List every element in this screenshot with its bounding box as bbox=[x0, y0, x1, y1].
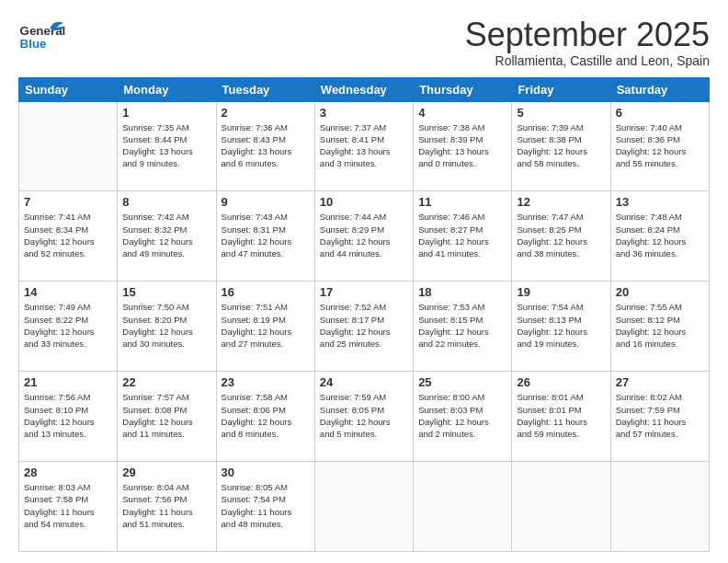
day-info: Sunrise: 7:42 AM Sunset: 8:32 PM Dayligh… bbox=[122, 211, 210, 259]
day-info: Sunrise: 7:54 AM Sunset: 8:13 PM Dayligh… bbox=[517, 301, 605, 350]
calendar-header-wednesday: Wednesday bbox=[314, 77, 413, 101]
calendar-cell: 17Sunrise: 7:52 AM Sunset: 8:17 PM Dayli… bbox=[314, 282, 413, 372]
calendar-header-tuesday: Tuesday bbox=[216, 77, 314, 101]
day-info: Sunrise: 7:55 AM Sunset: 8:12 PM Dayligh… bbox=[616, 301, 704, 350]
day-info: Sunrise: 7:38 AM Sunset: 8:39 PM Dayligh… bbox=[418, 121, 506, 170]
calendar-week-4: 21Sunrise: 7:56 AM Sunset: 8:10 PM Dayli… bbox=[19, 372, 710, 462]
calendar-cell bbox=[512, 462, 610, 552]
calendar-cell: 8Sunrise: 7:42 AM Sunset: 8:32 PM Daylig… bbox=[118, 191, 216, 282]
calendar-cell bbox=[610, 462, 709, 552]
calendar-cell: 9Sunrise: 7:43 AM Sunset: 8:31 PM Daylig… bbox=[216, 191, 314, 282]
day-number: 24 bbox=[320, 375, 408, 389]
calendar-week-2: 7Sunrise: 7:41 AM Sunset: 8:34 PM Daylig… bbox=[19, 191, 710, 282]
day-info: Sunrise: 7:58 AM Sunset: 8:06 PM Dayligh… bbox=[222, 391, 310, 440]
calendar-cell: 15Sunrise: 7:50 AM Sunset: 8:20 PM Dayli… bbox=[118, 282, 216, 372]
logo: General Blue bbox=[18, 17, 69, 58]
calendar-cell: 4Sunrise: 7:38 AM Sunset: 8:39 PM Daylig… bbox=[414, 101, 512, 191]
day-info: Sunrise: 7:49 AM Sunset: 8:22 PM Dayligh… bbox=[24, 301, 112, 350]
calendar-cell: 11Sunrise: 7:46 AM Sunset: 8:27 PM Dayli… bbox=[414, 191, 512, 282]
day-number: 26 bbox=[517, 375, 605, 389]
day-info: Sunrise: 8:01 AM Sunset: 8:01 PM Dayligh… bbox=[517, 391, 605, 440]
day-number: 1 bbox=[122, 106, 210, 120]
day-number: 19 bbox=[517, 285, 605, 299]
title-block: September 2025 Rollamienta, Castille and… bbox=[465, 17, 710, 68]
calendar-cell: 7Sunrise: 7:41 AM Sunset: 8:34 PM Daylig… bbox=[19, 191, 118, 282]
calendar-cell: 28Sunrise: 8:03 AM Sunset: 7:58 PM Dayli… bbox=[19, 462, 118, 552]
day-info: Sunrise: 7:44 AM Sunset: 8:29 PM Dayligh… bbox=[320, 211, 408, 259]
day-info: Sunrise: 7:50 AM Sunset: 8:20 PM Dayligh… bbox=[122, 301, 210, 350]
calendar-cell: 3Sunrise: 7:37 AM Sunset: 8:41 PM Daylig… bbox=[314, 101, 413, 191]
calendar-cell: 16Sunrise: 7:51 AM Sunset: 8:19 PM Dayli… bbox=[216, 282, 314, 372]
day-info: Sunrise: 7:40 AM Sunset: 8:36 PM Dayligh… bbox=[616, 121, 704, 170]
day-number: 2 bbox=[222, 106, 310, 120]
calendar-week-3: 14Sunrise: 7:49 AM Sunset: 8:22 PM Dayli… bbox=[19, 282, 710, 372]
day-number: 20 bbox=[616, 285, 704, 299]
day-number: 23 bbox=[222, 375, 310, 389]
calendar-header-saturday: Saturday bbox=[610, 77, 709, 101]
day-number: 6 bbox=[616, 106, 704, 120]
day-info: Sunrise: 7:36 AM Sunset: 8:43 PM Dayligh… bbox=[222, 121, 310, 170]
day-number: 3 bbox=[320, 106, 408, 120]
page: General Blue September 2025 Rollamienta,… bbox=[0, 0, 728, 563]
location: Rollamienta, Castille and Leon, Spain bbox=[465, 53, 710, 68]
day-number: 28 bbox=[24, 465, 112, 479]
day-info: Sunrise: 8:02 AM Sunset: 7:59 PM Dayligh… bbox=[616, 391, 704, 440]
day-number: 5 bbox=[517, 106, 605, 120]
calendar-table: SundayMondayTuesdayWednesdayThursdayFrid… bbox=[18, 77, 710, 552]
calendar-week-5: 28Sunrise: 8:03 AM Sunset: 7:58 PM Dayli… bbox=[19, 462, 710, 552]
day-number: 27 bbox=[616, 375, 704, 389]
day-info: Sunrise: 8:03 AM Sunset: 7:58 PM Dayligh… bbox=[24, 481, 112, 530]
day-info: Sunrise: 7:52 AM Sunset: 8:17 PM Dayligh… bbox=[320, 301, 408, 350]
day-info: Sunrise: 7:35 AM Sunset: 8:44 PM Dayligh… bbox=[122, 121, 210, 170]
calendar-cell: 23Sunrise: 7:58 AM Sunset: 8:06 PM Dayli… bbox=[216, 372, 314, 462]
svg-text:Blue: Blue bbox=[20, 37, 47, 51]
calendar-cell: 1Sunrise: 7:35 AM Sunset: 8:44 PM Daylig… bbox=[118, 101, 216, 191]
day-info: Sunrise: 7:41 AM Sunset: 8:34 PM Dayligh… bbox=[24, 211, 112, 259]
day-info: Sunrise: 7:48 AM Sunset: 8:24 PM Dayligh… bbox=[616, 211, 704, 259]
day-info: Sunrise: 7:47 AM Sunset: 8:25 PM Dayligh… bbox=[517, 211, 605, 259]
calendar-cell: 12Sunrise: 7:47 AM Sunset: 8:25 PM Dayli… bbox=[512, 191, 610, 282]
day-info: Sunrise: 7:46 AM Sunset: 8:27 PM Dayligh… bbox=[418, 211, 506, 259]
svg-text:General: General bbox=[20, 24, 66, 38]
calendar-cell: 6Sunrise: 7:40 AM Sunset: 8:36 PM Daylig… bbox=[610, 101, 709, 191]
day-number: 7 bbox=[24, 195, 112, 209]
day-number: 25 bbox=[418, 375, 506, 389]
day-info: Sunrise: 7:43 AM Sunset: 8:31 PM Dayligh… bbox=[222, 211, 310, 259]
calendar-header-friday: Friday bbox=[512, 77, 610, 101]
day-number: 11 bbox=[418, 195, 506, 209]
day-number: 17 bbox=[320, 285, 408, 299]
calendar-week-1: 1Sunrise: 7:35 AM Sunset: 8:44 PM Daylig… bbox=[19, 101, 710, 191]
day-number: 8 bbox=[122, 195, 210, 209]
day-info: Sunrise: 8:00 AM Sunset: 8:03 PM Dayligh… bbox=[418, 391, 506, 440]
header: General Blue September 2025 Rollamienta,… bbox=[18, 17, 710, 68]
day-number: 16 bbox=[222, 285, 310, 299]
day-info: Sunrise: 7:53 AM Sunset: 8:15 PM Dayligh… bbox=[418, 301, 506, 350]
calendar-cell: 27Sunrise: 8:02 AM Sunset: 7:59 PM Dayli… bbox=[610, 372, 709, 462]
calendar-cell: 5Sunrise: 7:39 AM Sunset: 8:38 PM Daylig… bbox=[512, 101, 610, 191]
day-info: Sunrise: 7:39 AM Sunset: 8:38 PM Dayligh… bbox=[517, 121, 605, 170]
calendar-cell: 30Sunrise: 8:05 AM Sunset: 7:54 PM Dayli… bbox=[216, 462, 314, 552]
day-info: Sunrise: 7:56 AM Sunset: 8:10 PM Dayligh… bbox=[24, 391, 112, 440]
calendar-header-row: SundayMondayTuesdayWednesdayThursdayFrid… bbox=[19, 77, 710, 101]
calendar-cell bbox=[314, 462, 413, 552]
calendar-cell: 2Sunrise: 7:36 AM Sunset: 8:43 PM Daylig… bbox=[216, 101, 314, 191]
calendar-cell: 26Sunrise: 8:01 AM Sunset: 8:01 PM Dayli… bbox=[512, 372, 610, 462]
day-number: 21 bbox=[24, 375, 112, 389]
calendar-cell: 19Sunrise: 7:54 AM Sunset: 8:13 PM Dayli… bbox=[512, 282, 610, 372]
calendar-cell: 25Sunrise: 8:00 AM Sunset: 8:03 PM Dayli… bbox=[414, 372, 512, 462]
day-number: 12 bbox=[517, 195, 605, 209]
day-number: 15 bbox=[122, 285, 210, 299]
day-info: Sunrise: 7:57 AM Sunset: 8:08 PM Dayligh… bbox=[122, 391, 210, 440]
day-info: Sunrise: 7:51 AM Sunset: 8:19 PM Dayligh… bbox=[222, 301, 310, 350]
calendar-cell: 14Sunrise: 7:49 AM Sunset: 8:22 PM Dayli… bbox=[19, 282, 118, 372]
day-number: 9 bbox=[222, 195, 310, 209]
day-number: 18 bbox=[418, 285, 506, 299]
day-number: 13 bbox=[616, 195, 704, 209]
day-number: 22 bbox=[122, 375, 210, 389]
calendar-header-thursday: Thursday bbox=[414, 77, 512, 101]
calendar-cell bbox=[414, 462, 512, 552]
calendar-cell bbox=[19, 101, 118, 191]
calendar-cell: 20Sunrise: 7:55 AM Sunset: 8:12 PM Dayli… bbox=[610, 282, 709, 372]
day-number: 4 bbox=[418, 106, 506, 120]
day-number: 30 bbox=[222, 465, 310, 479]
